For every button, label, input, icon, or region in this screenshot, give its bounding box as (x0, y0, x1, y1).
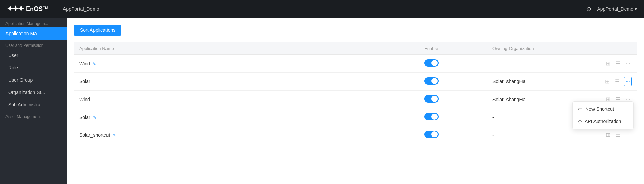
sidebar-item-app-management[interactable]: Application Ma... (0, 27, 67, 40)
sidebar-section-user-perm: User and Permission (0, 40, 67, 49)
cell-org: Solar_shangHai (487, 73, 589, 91)
help-icon[interactable]: ⊙ (586, 5, 591, 13)
more-options-icon[interactable]: ··· (625, 131, 632, 140)
user-label: AppPortal_Demo (597, 6, 633, 12)
chevron-down-icon: ▾ (635, 6, 637, 12)
sidebar-item-role[interactable]: Role (0, 62, 67, 74)
topnav: ✦✦✦ EnOS™ AppPortal_Demo ⊙ AppPortal_Dem… (0, 0, 644, 18)
sidebar-section-app-mgmt: Application Managem... (0, 18, 67, 27)
api-auth-icon: ◇ (578, 119, 582, 124)
cell-enable (419, 126, 487, 144)
sidebar-item-org-structure[interactable]: Organization St... (0, 86, 67, 98)
toggle-switch[interactable] (424, 59, 439, 67)
col-header-actions (589, 42, 637, 55)
grid-icon[interactable]: ⊞ (604, 77, 611, 86)
list-icon[interactable]: ☰ (614, 77, 621, 86)
table-row: Solar ✎-⊞☰··· (74, 108, 637, 126)
dropdown-item-new-shortcut-label: New Shortcut (585, 106, 614, 112)
grid-icon[interactable]: ⊞ (604, 130, 612, 140)
sidebar-item-user-group[interactable]: User Group (0, 74, 67, 86)
more-options-icon[interactable]: ··· (625, 59, 632, 68)
cell-app-name: Solar ✎ (74, 108, 419, 126)
cell-app-name: Wind ✎ (74, 55, 419, 73)
cell-enable (419, 91, 487, 108)
logo-text: EnOS™ (26, 5, 49, 13)
table-row: WindSolar_shangHai⊞☰··· (74, 91, 637, 108)
col-header-enable: Enable (419, 42, 487, 55)
cell-org: - (487, 55, 589, 73)
edit-link-icon[interactable]: ✎ (111, 133, 116, 138)
cell-actions: ⊞☰··· (589, 73, 637, 91)
app-name: AppPortal_Demo (63, 6, 99, 12)
list-icon[interactable]: ☰ (614, 130, 622, 140)
main-layout: Application Managem... Application Ma...… (0, 18, 644, 184)
table-row: Solar_shortcut ✎-⊞☰··· (74, 126, 637, 144)
toggle-switch[interactable] (424, 77, 439, 85)
new-shortcut-icon: ▭ (578, 106, 583, 112)
cell-actions: ⊞☰··· (589, 55, 637, 73)
grid-icon[interactable]: ⊞ (604, 59, 612, 68)
cell-enable (419, 108, 487, 126)
edit-link-icon[interactable]: ✎ (92, 115, 96, 120)
sidebar-item-user[interactable]: User (0, 49, 67, 62)
user-dropdown[interactable]: AppPortal_Demo ▾ (597, 6, 637, 12)
list-icon[interactable]: ☰ (614, 59, 622, 68)
table-row: SolarSolar_shangHai⊞☰··· (74, 73, 637, 91)
sidebar: Application Managem... Application Ma...… (0, 18, 67, 184)
sidebar-item-sub-admin[interactable]: Sub Administra... (0, 98, 67, 111)
content-area: Sort Applications Application Name Enabl… (67, 18, 644, 184)
col-header-org: Owning Organization (487, 42, 589, 55)
cell-app-name: Wind (74, 91, 419, 108)
dropdown-item-api-auth-label: API Authorization (585, 119, 621, 124)
more-options-icon[interactable]: ··· (624, 77, 632, 86)
toggle-switch[interactable] (424, 131, 439, 138)
topnav-right: ⊙ AppPortal_Demo ▾ (586, 5, 637, 13)
toggle-switch[interactable] (424, 95, 439, 103)
context-dropdown-menu: ▭ New Shortcut ◇ API Authorization (572, 101, 634, 129)
cell-app-name: Solar_shortcut ✎ (74, 126, 419, 144)
dropdown-item-api-auth[interactable]: ◇ API Authorization (573, 115, 633, 128)
table-row: Wind ✎-⊞☰··· (74, 55, 637, 73)
cell-enable (419, 73, 487, 91)
toggle-switch[interactable] (424, 113, 439, 120)
dropdown-item-new-shortcut[interactable]: ▭ New Shortcut (573, 103, 633, 115)
table-header-row: Application Name Enable Owning Organizat… (74, 42, 637, 55)
cell-app-name: Solar (74, 73, 419, 91)
enos-logo-icon: ✦✦✦ (7, 4, 23, 13)
edit-link-icon[interactable]: ✎ (91, 62, 96, 66)
logo: ✦✦✦ EnOS™ (7, 4, 56, 13)
sort-applications-button[interactable]: Sort Applications (74, 25, 121, 36)
col-header-name: Application Name (74, 42, 419, 55)
cell-enable (419, 55, 487, 73)
applications-table: Application Name Enable Owning Organizat… (74, 42, 637, 144)
sidebar-section-asset-mgmt: Asset Management (0, 111, 67, 120)
